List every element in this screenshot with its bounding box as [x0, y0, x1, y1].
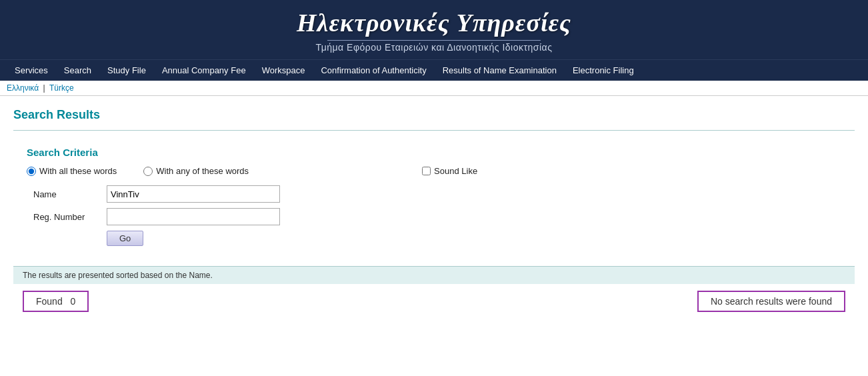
results-info-bar: The results are presented sorted based o… — [13, 266, 855, 284]
section-divider — [13, 130, 855, 131]
radio-all-words-text: With all these words — [39, 166, 117, 176]
sound-like-checkbox[interactable] — [422, 167, 431, 175]
nav-efiling[interactable]: Electronic Filing — [565, 64, 642, 77]
lang-greek[interactable]: Ελληνικά — [7, 83, 39, 93]
no-results-box: No search results were found — [697, 291, 845, 312]
lang-separator: | — [43, 83, 47, 93]
sound-like-text: Sound Like — [434, 166, 477, 176]
header-title: Ηλεκτρονικές Υπηρεσίες — [0, 8, 868, 37]
lang-turkish[interactable]: Türkçe — [49, 83, 74, 93]
radio-all-words[interactable] — [27, 167, 36, 176]
search-criteria-title: Search Criteria — [27, 147, 841, 158]
name-row: Name — [27, 185, 841, 203]
radio-any-words-label[interactable]: With any of these words — [143, 166, 249, 176]
radio-any-words-text: With any of these words — [156, 166, 249, 176]
search-criteria-box: Search Criteria With all these words Wit… — [13, 140, 855, 257]
search-mode-row: With all these words With any of these w… — [27, 166, 841, 176]
nav-results[interactable]: Results of Name Examination — [435, 64, 565, 77]
name-input[interactable] — [107, 185, 280, 203]
go-button-row: Go — [27, 231, 841, 246]
search-results-title: Search Results — [13, 108, 855, 122]
reg-number-label: Reg. Number — [27, 212, 107, 222]
results-info-text: The results are presented sorted based o… — [23, 271, 213, 280]
nav-services[interactable]: Services — [7, 64, 56, 77]
reg-number-input[interactable] — [107, 208, 280, 225]
nav-study-file[interactable]: Study File — [99, 64, 154, 77]
nav-annual-fee[interactable]: Annual Company Fee — [154, 64, 254, 77]
found-count: 0 — [70, 296, 75, 307]
header-divider — [327, 40, 541, 41]
language-bar: Ελληνικά | Türkçe — [0, 81, 868, 96]
found-label: Found — [36, 296, 63, 307]
nav-confirmation[interactable]: Confirmation of Authenticity — [313, 64, 434, 77]
header: Ηλεκτρονικές Υπηρεσίες Τμήμα Εφόρου Εται… — [0, 0, 868, 59]
no-results-text: No search results were found — [711, 296, 832, 307]
main-content: Search Results Search Criteria With all … — [0, 96, 868, 325]
results-summary-row: Found 0 No search results were found — [13, 284, 855, 319]
nav-workspace[interactable]: Workspace — [254, 64, 313, 77]
radio-any-words[interactable] — [143, 167, 153, 176]
reg-number-row: Reg. Number — [27, 208, 841, 225]
radio-all-words-label[interactable]: With all these words — [27, 166, 117, 176]
name-label: Name — [27, 189, 107, 199]
main-nav: Services Search Study File Annual Compan… — [0, 59, 868, 81]
found-box: Found 0 — [23, 291, 89, 312]
nav-search[interactable]: Search — [56, 64, 99, 77]
go-button[interactable]: Go — [107, 231, 143, 246]
header-subtitle: Τμήμα Εφόρου Εταιρειών και Διανοητικής Ι… — [0, 42, 868, 53]
sound-like-label[interactable]: Sound Like — [422, 166, 477, 176]
